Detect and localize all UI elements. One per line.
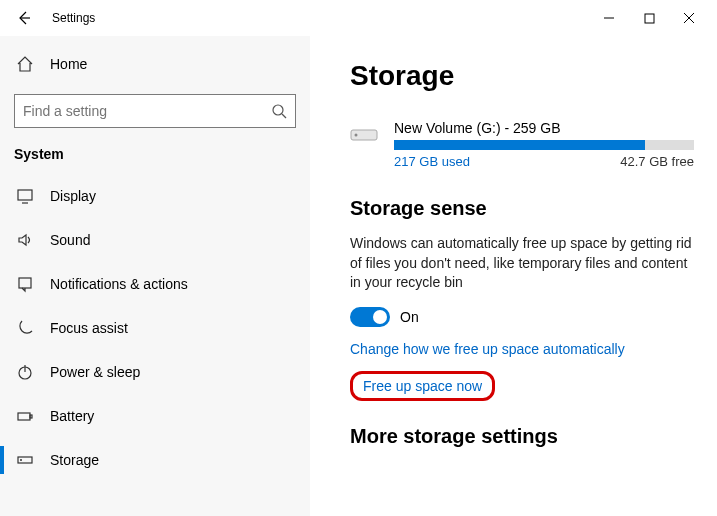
focus-assist-icon (14, 319, 36, 337)
display-icon (14, 187, 36, 205)
search-input[interactable] (14, 94, 296, 128)
home-label: Home (50, 56, 87, 72)
sidebar: Home System Display Sound Notifications … (0, 36, 310, 516)
storage-used: 217 GB used (394, 154, 470, 169)
sidebar-item-label: Storage (50, 452, 99, 468)
drive-summary[interactable]: New Volume (G:) - 259 GB 217 GB used 42.… (350, 120, 697, 169)
content: Storage New Volume (G:) - 259 GB 217 GB … (310, 36, 717, 516)
power-icon (14, 363, 36, 381)
back-button[interactable] (8, 2, 40, 34)
maximize-button[interactable] (629, 2, 669, 34)
svg-rect-13 (30, 415, 32, 418)
sidebar-item-display[interactable]: Display (0, 174, 296, 218)
svg-rect-7 (18, 190, 32, 200)
svg-rect-12 (18, 413, 30, 420)
link-change-free-up[interactable]: Change how we free up space automaticall… (350, 341, 697, 357)
back-arrow-icon (16, 10, 32, 26)
more-storage-title: More storage settings (350, 425, 697, 448)
minimize-icon (603, 12, 615, 24)
storage-sense-toggle[interactable] (350, 307, 390, 327)
sidebar-item-label: Power & sleep (50, 364, 140, 380)
category-label: System (14, 146, 296, 162)
storage-free: 42.7 GB free (620, 154, 694, 169)
drive-icon (350, 124, 380, 147)
sidebar-item-label: Display (50, 188, 96, 204)
home-icon (14, 55, 36, 73)
toggle-knob (373, 310, 387, 324)
home-link[interactable]: Home (14, 46, 296, 82)
storage-bar-fill (394, 140, 645, 150)
svg-rect-9 (19, 278, 31, 288)
search-field[interactable] (23, 103, 271, 119)
svg-point-17 (355, 134, 358, 137)
sidebar-item-label: Sound (50, 232, 90, 248)
sidebar-item-sound[interactable]: Sound (0, 218, 296, 262)
svg-line-6 (282, 114, 286, 118)
sidebar-item-focus-assist[interactable]: Focus assist (0, 306, 296, 350)
page-title: Storage (350, 60, 697, 92)
svg-point-15 (20, 459, 22, 461)
link-free-up-now[interactable]: Free up space now (363, 378, 482, 394)
svg-point-5 (273, 105, 283, 115)
storage-sense-description: Windows can automatically free up space … (350, 234, 697, 293)
battery-icon (14, 407, 36, 425)
storage-icon (14, 451, 36, 469)
minimize-button[interactable] (589, 2, 629, 34)
sidebar-item-label: Notifications & actions (50, 276, 188, 292)
toggle-label: On (400, 309, 419, 325)
sidebar-item-label: Battery (50, 408, 94, 424)
sound-icon (14, 231, 36, 249)
drive-name: New Volume (G:) - 259 GB (394, 120, 697, 136)
sidebar-item-battery[interactable]: Battery (0, 394, 296, 438)
notifications-icon (14, 275, 36, 293)
maximize-icon (644, 13, 655, 24)
search-icon (271, 103, 287, 119)
svg-rect-2 (645, 14, 654, 23)
highlight-annotation: Free up space now (350, 371, 495, 401)
sidebar-item-notifications[interactable]: Notifications & actions (0, 262, 296, 306)
storage-sense-title: Storage sense (350, 197, 697, 220)
close-button[interactable] (669, 2, 709, 34)
storage-bar (394, 140, 694, 150)
close-icon (683, 12, 695, 24)
sidebar-item-power-sleep[interactable]: Power & sleep (0, 350, 296, 394)
window-title: Settings (52, 11, 95, 25)
sidebar-item-label: Focus assist (50, 320, 128, 336)
sidebar-item-storage[interactable]: Storage (0, 438, 296, 482)
